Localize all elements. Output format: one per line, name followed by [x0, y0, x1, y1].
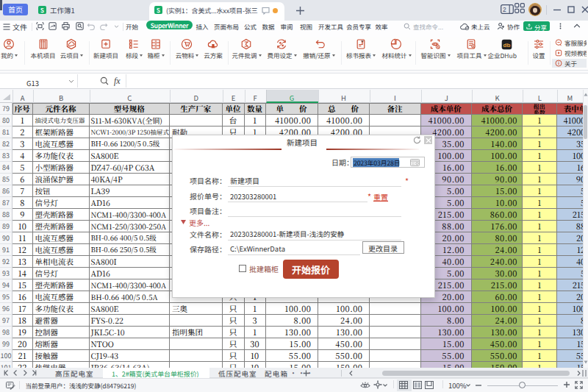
svg-text:db: db	[503, 41, 510, 48]
svg-text:2: 2	[503, 5, 506, 13]
